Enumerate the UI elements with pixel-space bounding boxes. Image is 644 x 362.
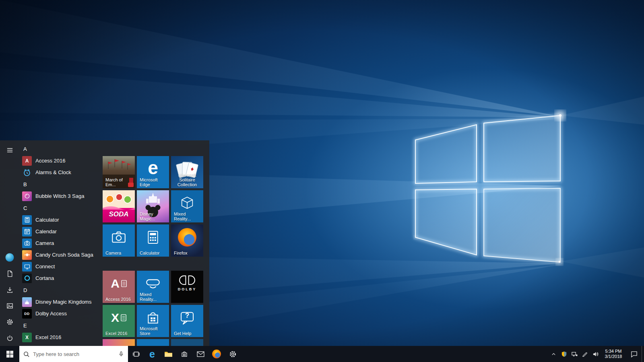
section-header-b[interactable]: B xyxy=(19,178,102,190)
hamburger-icon xyxy=(6,147,13,154)
section-header-d[interactable]: D xyxy=(19,284,102,296)
app-item-connect[interactable]: Connect xyxy=(19,261,102,272)
tile-camera[interactable]: Camera xyxy=(103,224,135,257)
section-header-c[interactable]: C xyxy=(19,202,102,214)
tile-dolby-access[interactable]: DOLBY xyxy=(171,271,203,303)
clock-date: 3/1/2018 xyxy=(605,354,622,359)
bubble-witch-icon xyxy=(22,191,32,201)
tile-notification-badge xyxy=(128,183,134,187)
taskbar-clock[interactable]: 5:34 PM 3/1/2018 xyxy=(601,346,626,362)
pictures-button[interactable] xyxy=(0,298,19,314)
tile-partial-2[interactable] xyxy=(137,339,169,346)
user-account-button[interactable] xyxy=(0,249,19,265)
action-center-button[interactable] xyxy=(626,346,642,362)
calculator-icon xyxy=(145,229,161,245)
defender-shield-icon xyxy=(561,351,567,357)
defender-status-button[interactable] xyxy=(559,346,569,362)
vr-goggles-icon xyxy=(144,275,161,292)
taskbar-firefox-button[interactable] xyxy=(208,346,225,362)
documents-button[interactable] xyxy=(0,265,19,282)
tile-firefox[interactable]: Firefox xyxy=(171,224,203,257)
cube-icon xyxy=(179,195,195,211)
taskbar-file-explorer-button[interactable] xyxy=(160,346,176,362)
start-menu-tiles: March of Em... e Microsoft Edge Microsof… xyxy=(102,140,209,346)
app-item-candy-crush[interactable]: Candy Crush Soda Saga xyxy=(19,249,102,261)
tile-partial-1[interactable] xyxy=(103,339,135,346)
microphone-icon[interactable] xyxy=(118,351,124,357)
access-icon: A xyxy=(22,156,32,166)
tile-candy-crush-soda-saga[interactable]: SODA xyxy=(103,190,135,222)
tile-mixed-reality-viewer[interactable]: Mixed Reality... xyxy=(171,190,203,222)
edge-icon: e xyxy=(148,158,158,177)
app-item-excel-2016[interactable]: X Excel 2016 xyxy=(19,331,102,343)
calendar-icon xyxy=(22,227,32,237)
mail-icon xyxy=(197,351,204,357)
search-placeholder: Type here to search xyxy=(33,351,115,357)
taskbar-edge-button[interactable]: e xyxy=(144,346,160,362)
tile-excel-2016[interactable]: X Excel 2016 xyxy=(103,305,135,337)
app-item-calculator[interactable]: Calculator xyxy=(19,214,102,226)
firefox-icon xyxy=(212,350,221,358)
expand-start-menu-button[interactable] xyxy=(0,142,19,158)
app-item-camera[interactable]: Camera xyxy=(19,237,102,249)
disney-castle-icon xyxy=(22,297,32,307)
app-item-access-2016[interactable]: A Access 2016 xyxy=(19,155,102,167)
pictures-icon xyxy=(6,302,13,309)
taskbar-store-button[interactable] xyxy=(176,346,192,362)
network-status-button[interactable] xyxy=(569,346,580,362)
taskbar-search-box[interactable]: Type here to search xyxy=(19,346,128,362)
tile-disney-magic-kingdoms[interactable]: Disney Magic... xyxy=(137,190,169,222)
tile-march-of-empires[interactable]: March of Em... xyxy=(103,156,135,188)
windows-ink-button[interactable] xyxy=(580,346,590,362)
app-item-cortana[interactable]: Cortana xyxy=(19,272,102,284)
firefox-icon xyxy=(178,228,196,247)
show-hidden-icons-button[interactable] xyxy=(548,346,559,362)
app-item-bubble-witch[interactable]: Bubble Witch 3 Saga xyxy=(19,190,102,202)
app-item-alarms-clock[interactable]: Alarms & Clock xyxy=(19,167,102,178)
settings-button[interactable] xyxy=(0,314,19,330)
power-button[interactable] xyxy=(0,330,19,346)
system-tray: 5:34 PM 3/1/2018 xyxy=(548,346,644,362)
app-item-calendar[interactable]: Calendar xyxy=(19,226,102,237)
dolby-dd-icon xyxy=(178,275,196,286)
pen-icon xyxy=(582,351,588,357)
taskbar: Type here to search e xyxy=(0,346,644,362)
tile-microsoft-solitaire-collection[interactable]: Microsoft Solitaire Collection xyxy=(171,156,203,188)
start-button[interactable] xyxy=(0,346,19,362)
dolby-wordmark: DOLBY xyxy=(178,287,197,291)
show-desktop-button[interactable] xyxy=(642,346,644,362)
excel-icon: X xyxy=(22,333,32,342)
user-avatar xyxy=(5,253,14,262)
start-menu: A A Access 2016 Alarms & Clock B Bubble … xyxy=(0,140,209,346)
task-view-button[interactable] xyxy=(128,346,144,362)
section-header-e[interactable]: E xyxy=(19,319,102,331)
downloads-icon xyxy=(6,286,13,293)
network-icon xyxy=(572,351,578,357)
windows-start-icon xyxy=(6,351,13,358)
volume-button[interactable] xyxy=(590,346,601,362)
section-header-a[interactable]: A xyxy=(19,143,102,155)
task-view-icon xyxy=(132,350,140,358)
start-menu-app-list: A A Access 2016 Alarms & Clock B Bubble … xyxy=(19,140,102,346)
action-center-icon xyxy=(631,351,638,358)
tile-mixed-reality-portal[interactable]: Mixed Reality... xyxy=(137,271,169,303)
tile-microsoft-edge[interactable]: e Microsoft Edge xyxy=(137,156,169,188)
taskbar-mail-button[interactable] xyxy=(192,346,208,362)
downloads-button[interactable] xyxy=(0,282,19,298)
taskbar-settings-button[interactable] xyxy=(225,346,241,362)
app-item-disney-magic-kingdoms[interactable]: Disney Magic Kingdoms xyxy=(19,296,102,308)
excel-icon: X xyxy=(111,312,126,324)
app-item-dolby-access[interactable]: DD Dolby Access xyxy=(19,308,102,319)
clock-time: 5:34 PM xyxy=(605,349,622,354)
connect-icon xyxy=(22,262,32,272)
camera-icon xyxy=(110,229,127,246)
tile-calculator[interactable]: Calculator xyxy=(137,224,169,257)
start-menu-rail xyxy=(0,140,19,346)
documents-icon xyxy=(6,270,13,277)
tile-get-help[interactable]: ? Get Help xyxy=(171,305,203,337)
search-icon xyxy=(23,351,29,357)
tile-access-2016[interactable]: A Access 2016 xyxy=(103,271,135,303)
file-explorer-icon xyxy=(164,351,173,358)
tile-microsoft-store[interactable]: Microsoft Store xyxy=(137,305,169,337)
tile-partial-3[interactable] xyxy=(171,339,203,346)
